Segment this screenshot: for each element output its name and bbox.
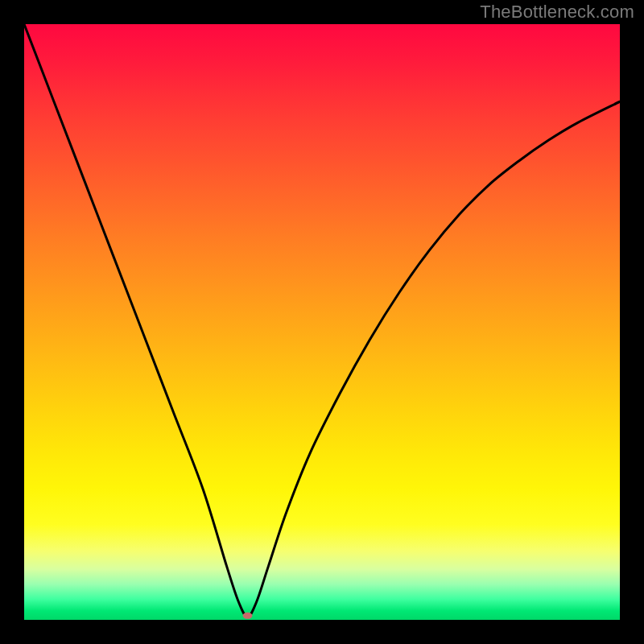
plot-area: [24, 24, 620, 620]
chart-frame: TheBottleneck.com: [0, 0, 644, 644]
gradient-background: [24, 24, 620, 620]
watermark-text: TheBottleneck.com: [480, 2, 634, 23]
minimum-marker: [243, 613, 253, 619]
chart-svg: [24, 24, 620, 620]
